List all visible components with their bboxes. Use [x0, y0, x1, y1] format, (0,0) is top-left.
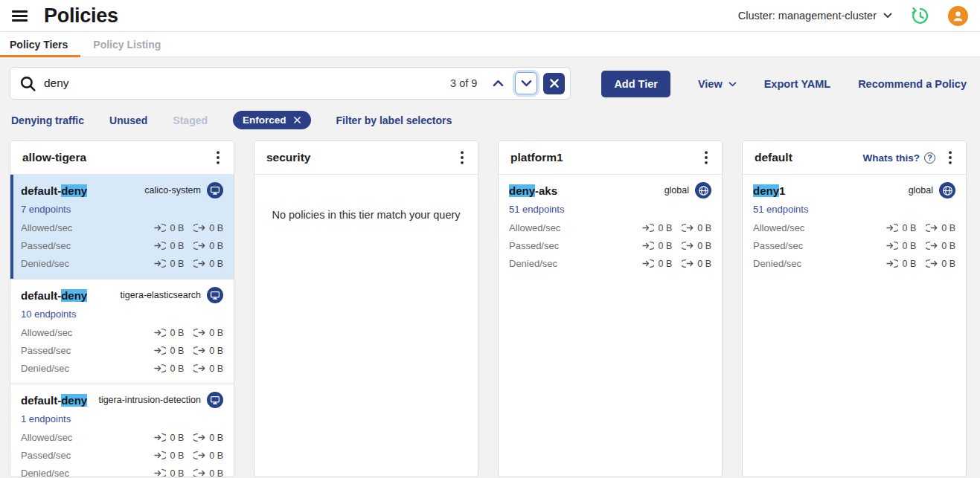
recommend-policy-button[interactable]: Recommend a Policy	[858, 78, 967, 90]
namespace-icon	[207, 287, 223, 303]
policy-name: default-deny	[21, 184, 87, 197]
tier-board: allow-tigera default-deny calico-system	[10, 141, 967, 477]
filter-label-selectors[interactable]: Filter by label selectors	[336, 114, 452, 126]
search-input[interactable]	[44, 77, 450, 90]
metric-label: Passed/sec	[753, 240, 803, 251]
metric-label: Allowed/sec	[21, 432, 72, 443]
ingress-value: 0 B	[170, 450, 184, 461]
help-icon: ?	[924, 152, 935, 164]
endpoints-link[interactable]: 7 endpoints	[21, 204, 71, 215]
tab-policy-listing[interactable]: Policy Listing	[80, 32, 173, 56]
policy-card[interactable]: default-deny tigera-intrusion-detection …	[10, 384, 234, 477]
remove-filter-icon[interactable]	[293, 116, 301, 124]
hamburger-menu-icon[interactable]	[12, 10, 28, 22]
policy-card[interactable]: deny1 global 51 endpoints Allowed/sec 0 …	[743, 175, 966, 279]
policy-card[interactable]: deny-aks global 51 endpoints Allowed/sec…	[499, 175, 722, 279]
policy-name: deny-aks	[509, 184, 557, 197]
page-title: Policies	[44, 4, 118, 28]
metric-label: Allowed/sec	[21, 327, 72, 338]
export-yaml-button[interactable]: Export YAML	[764, 78, 830, 90]
kebab-menu-icon[interactable]	[941, 149, 959, 167]
egress-icon	[193, 223, 205, 233]
namespace-label: tigera-elasticsearch	[121, 290, 201, 300]
metric-label: Denied/sec	[21, 363, 69, 374]
ingress-icon	[154, 468, 166, 477]
egress-icon	[926, 241, 938, 251]
egress-value: 0 B	[209, 241, 223, 251]
egress-icon	[926, 223, 938, 233]
filter-unused[interactable]: Unused	[109, 114, 147, 126]
metric-label: Passed/sec	[21, 450, 71, 461]
egress-icon	[682, 223, 694, 233]
metric-label: Denied/sec	[753, 258, 801, 269]
endpoints-link[interactable]: 51 endpoints	[753, 204, 808, 215]
endpoints-link[interactable]: 1 endpoints	[21, 413, 71, 424]
ingress-value: 0 B	[170, 241, 184, 251]
egress-icon	[193, 433, 205, 442]
kebab-menu-icon[interactable]	[209, 149, 227, 167]
ingress-value: 0 B	[902, 223, 916, 233]
filter-denying-traffic[interactable]: Denying traffic	[11, 114, 84, 126]
tab-policy-tiers[interactable]: Policy Tiers	[0, 32, 80, 56]
filter-staged[interactable]: Staged	[173, 114, 208, 126]
policy-card[interactable]: default-deny calico-system 7 endpoints A…	[10, 175, 234, 279]
ingress-icon	[154, 241, 166, 251]
chevron-down-icon	[728, 82, 737, 87]
metric-label: Passed/sec	[21, 240, 71, 251]
policy-name: default-deny	[21, 394, 87, 407]
ingress-icon	[154, 346, 166, 355]
previous-match-button[interactable]	[487, 72, 509, 94]
ingress-value: 0 B	[170, 346, 184, 356]
ingress-icon	[154, 450, 166, 460]
ingress-icon	[154, 223, 166, 233]
policy-card[interactable]: default-deny tigera-elasticsearch 10 end…	[10, 279, 234, 384]
egress-value: 0 B	[941, 241, 955, 251]
egress-value: 0 B	[209, 346, 223, 356]
history-icon[interactable]	[910, 6, 930, 26]
egress-value: 0 B	[209, 364, 223, 374]
user-avatar[interactable]	[948, 6, 968, 26]
egress-value: 0 B	[941, 259, 955, 269]
chevron-down-icon	[883, 13, 892, 19]
ingress-icon	[642, 241, 654, 251]
egress-value: 0 B	[697, 223, 711, 233]
endpoints-link[interactable]: 51 endpoints	[509, 204, 564, 215]
clear-search-button[interactable]	[543, 73, 565, 94]
empty-tier-message: No policies in this tier match your quer…	[254, 175, 478, 221]
namespace-icon	[207, 392, 223, 408]
ingress-icon	[886, 223, 898, 233]
ingress-value: 0 B	[170, 223, 184, 233]
cluster-selector[interactable]: Cluster: management-cluster	[738, 10, 892, 22]
metric-label: Allowed/sec	[21, 222, 72, 233]
endpoints-link[interactable]: 10 endpoints	[21, 309, 76, 320]
view-dropdown-button[interactable]: View	[698, 78, 737, 90]
kebab-menu-icon[interactable]	[453, 149, 471, 167]
egress-icon	[926, 259, 938, 268]
global-scope-label: global	[909, 185, 933, 196]
add-tier-button[interactable]: Add Tier	[601, 71, 670, 97]
chevron-down-icon	[521, 80, 532, 87]
policy-search-box: 3 of 9	[10, 67, 571, 100]
ingress-value: 0 B	[902, 241, 916, 251]
namespace-label: calico-system	[144, 185, 201, 196]
filter-enforced-chip[interactable]: Enforced	[233, 111, 311, 129]
close-icon	[549, 78, 560, 88]
search-match-highlight: deny	[61, 394, 87, 407]
whats-this-label: Whats this?	[863, 152, 920, 164]
metric-label: Passed/sec	[21, 345, 71, 356]
ingress-icon	[886, 241, 898, 251]
tier-name: security	[266, 151, 310, 164]
next-match-button[interactable]	[515, 72, 537, 94]
egress-value: 0 B	[697, 259, 711, 269]
tier-default: default Whats this? ? deny1 global	[742, 141, 967, 477]
ingress-icon	[642, 223, 654, 233]
namespace-label: tigera-intrusion-detection	[98, 395, 201, 405]
policy-name: deny1	[753, 184, 785, 197]
egress-value: 0 B	[209, 468, 223, 478]
ingress-icon	[154, 364, 166, 373]
egress-icon	[682, 259, 694, 268]
whats-this-link[interactable]: Whats this? ?	[863, 152, 936, 164]
policy-name: default-deny	[21, 289, 87, 302]
search-match-highlight: deny	[61, 184, 87, 197]
kebab-menu-icon[interactable]	[697, 149, 715, 167]
